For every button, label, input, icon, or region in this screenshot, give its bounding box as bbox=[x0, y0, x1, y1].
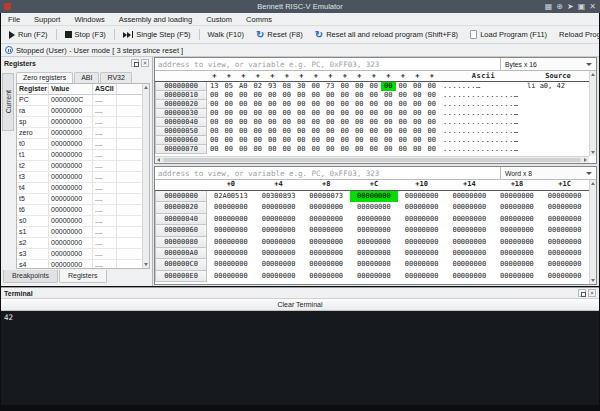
byte-cell[interactable]: 00 bbox=[367, 118, 382, 127]
byte-cell[interactable]: 00 bbox=[410, 118, 425, 127]
byte-cell[interactable]: 00 bbox=[338, 127, 353, 136]
word-cell[interactable]: 00000000 bbox=[207, 225, 255, 236]
toolbar-single-step-f5-button[interactable]: Single Step (F5) bbox=[117, 27, 197, 43]
byte-view-hscrollbar[interactable] bbox=[155, 156, 589, 163]
word-cell[interactable]: 00000000 bbox=[207, 214, 255, 225]
byte-cell[interactable]: 00 bbox=[236, 127, 251, 136]
byte-cell[interactable]: 00 bbox=[265, 91, 280, 100]
byte-cell[interactable]: 00 bbox=[323, 91, 338, 100]
word-cell[interactable]: 00000000 bbox=[255, 202, 303, 213]
address-cell[interactable]: 00000040 bbox=[155, 118, 207, 127]
toolbar-run-f2-button[interactable]: Run (F2) bbox=[3, 27, 54, 43]
word-cell[interactable]: 00000000 bbox=[541, 237, 589, 248]
byte-cell[interactable]: 00 bbox=[367, 136, 382, 145]
tab-rv32[interactable]: RV32 bbox=[100, 72, 131, 83]
menu-support[interactable]: Support bbox=[27, 13, 67, 26]
byte-cell[interactable]: 00 bbox=[222, 127, 237, 136]
address-cell[interactable]: 000000E0 bbox=[155, 271, 207, 282]
byte-cell[interactable]: 00 bbox=[280, 100, 295, 109]
address-cell[interactable]: 00000050 bbox=[155, 127, 207, 136]
byte-cell[interactable]: 00 bbox=[352, 136, 367, 145]
byte-cell[interactable]: 93 bbox=[265, 82, 280, 91]
byte-cell[interactable]: 00 bbox=[338, 118, 353, 127]
word-cell[interactable]: 00000000 bbox=[493, 248, 541, 259]
register-table-scrollbar[interactable] bbox=[142, 84, 149, 268]
byte-cell[interactable]: 00 bbox=[338, 109, 353, 118]
word-cell[interactable]: 00300893 bbox=[255, 191, 303, 202]
byte-cell[interactable]: 00 bbox=[280, 136, 295, 145]
address-cell[interactable]: 000000A0 bbox=[155, 248, 207, 259]
byte-cell[interactable]: 00 bbox=[236, 118, 251, 127]
word-cell[interactable]: 00000000 bbox=[398, 271, 446, 282]
byte-cell[interactable]: 00 bbox=[251, 127, 266, 136]
word-cell[interactable]: 00000000 bbox=[207, 202, 255, 213]
register-row[interactable]: s000000000.... bbox=[17, 216, 149, 227]
byte-cell[interactable]: 00 bbox=[425, 91, 440, 100]
byte-cell[interactable]: 00 bbox=[236, 145, 251, 154]
dock-tab-breakpoints[interactable]: Breakpoints bbox=[3, 270, 58, 283]
word-cell[interactable]: 00000000 bbox=[493, 271, 541, 282]
byte-cell[interactable]: 00 bbox=[222, 118, 237, 127]
menu-custom[interactable]: Custom bbox=[199, 13, 239, 26]
tile-layout-icon[interactable]: ▦ bbox=[545, 0, 553, 13]
byte-cell[interactable]: 00 bbox=[294, 127, 309, 136]
byte-cell[interactable]: 00 bbox=[425, 82, 440, 91]
word-cell[interactable]: 00000000 bbox=[445, 225, 493, 236]
byte-cell[interactable]: 08 bbox=[280, 82, 295, 91]
word-cell[interactable]: 00000000 bbox=[350, 248, 398, 259]
byte-cell[interactable]: 00 bbox=[396, 100, 411, 109]
word-cell[interactable]: 00000000 bbox=[350, 225, 398, 236]
byte-cell[interactable]: 00 bbox=[294, 136, 309, 145]
word-cell[interactable]: 00000000 bbox=[302, 248, 350, 259]
word-cell[interactable]: 00000000 bbox=[541, 214, 589, 225]
word-cell[interactable]: 00000000 bbox=[398, 191, 446, 202]
byte-cell[interactable]: 00 bbox=[294, 145, 309, 154]
byte-cell[interactable]: 00 bbox=[381, 127, 396, 136]
register-row[interactable]: s100000000.... bbox=[17, 227, 149, 238]
shade-icon[interactable]: ➤ bbox=[567, 0, 574, 13]
byte-cell[interactable]: 05 bbox=[222, 82, 237, 91]
tab-current[interactable]: Current bbox=[2, 73, 14, 131]
byte-cell[interactable]: 00 bbox=[265, 109, 280, 118]
byte-cell[interactable]: 00 bbox=[381, 118, 396, 127]
register-row[interactable]: sp00000000.... bbox=[17, 117, 149, 128]
word-cell[interactable]: 00000000 bbox=[255, 248, 303, 259]
byte-cell[interactable]: 00 bbox=[265, 145, 280, 154]
byte-cell[interactable]: A0 bbox=[236, 82, 251, 91]
byte-cell[interactable]: 00 bbox=[309, 82, 324, 91]
word-cell[interactable]: 00000000 bbox=[493, 191, 541, 202]
toolbar-reset-f8-button[interactable]: ↻Reset (F8) bbox=[250, 27, 309, 43]
toolbar-reload-program-f12-button[interactable]: Reload Program (F12) bbox=[553, 27, 600, 43]
menu-comms[interactable]: Comms bbox=[239, 13, 279, 26]
menu-assembly-and-loading[interactable]: Assembly and loading bbox=[112, 13, 199, 26]
byte-cell[interactable]: 00 bbox=[425, 100, 440, 109]
word-cell[interactable]: 00000000 bbox=[398, 259, 446, 270]
register-row[interactable]: t500000000.... bbox=[17, 194, 149, 205]
byte-cell[interactable]: 00 bbox=[367, 145, 382, 154]
register-row[interactable]: zero00000000.... bbox=[17, 128, 149, 139]
tab-zero-registers[interactable]: Zero registers bbox=[16, 72, 73, 83]
word-cell[interactable]: 00000000 bbox=[493, 225, 541, 236]
byte-cell[interactable]: 00 bbox=[207, 109, 222, 118]
byte-cell[interactable]: 00 bbox=[381, 109, 396, 118]
word-cell[interactable]: 00000000 bbox=[255, 237, 303, 248]
address-cell[interactable]: 00000020 bbox=[155, 202, 207, 213]
byte-cell[interactable]: 00 bbox=[294, 118, 309, 127]
word-cell[interactable]: 00000000 bbox=[398, 225, 446, 236]
word-cell[interactable]: 00000000 bbox=[207, 248, 255, 259]
word-cell[interactable]: 00000000 bbox=[255, 271, 303, 282]
byte-cell[interactable]: 00 bbox=[222, 145, 237, 154]
byte-cell[interactable]: 00 bbox=[323, 145, 338, 154]
word-cell[interactable]: 00000000 bbox=[541, 248, 589, 259]
word-cell[interactable]: 00000000 bbox=[493, 259, 541, 270]
dock-tab-registers[interactable]: Registers bbox=[59, 270, 107, 283]
register-row[interactable]: PC0000000C.... bbox=[17, 95, 149, 106]
word-cell[interactable]: 00000000 bbox=[445, 214, 493, 225]
byte-cell[interactable]: 00 bbox=[410, 136, 425, 145]
byte-cell[interactable]: 00 bbox=[265, 100, 280, 109]
byte-cell[interactable]: 30 bbox=[294, 82, 309, 91]
address-cell[interactable]: 00000010 bbox=[155, 91, 207, 100]
word-cell[interactable]: 00000000 bbox=[541, 271, 589, 282]
view-mode-select-2[interactable]: Word x 8 bbox=[501, 167, 596, 179]
byte-cell[interactable]: 00 bbox=[309, 145, 324, 154]
